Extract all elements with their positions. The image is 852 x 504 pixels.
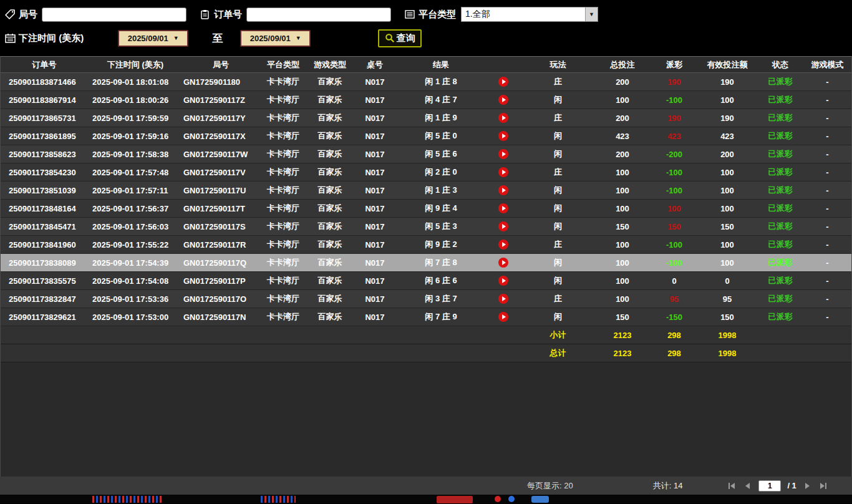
cell-order: 250901183867914 — [1, 95, 88, 105]
cell-total-bet: 200 — [594, 77, 651, 87]
platform-select[interactable]: 1.全部 ▼ — [461, 7, 598, 22]
status-badge: 已派彩 — [757, 275, 803, 286]
subtotal-valid-bet: 1998 — [697, 331, 757, 340]
play-video-button[interactable] — [498, 240, 508, 250]
cell-valid-bet: 100 — [697, 204, 757, 213]
cell-platform: 卡卡湾厅 — [259, 239, 307, 250]
play-icon — [502, 242, 506, 247]
play-video-button[interactable] — [498, 203, 508, 213]
cell-order: 250901173854230 — [1, 168, 88, 177]
cell-payout: 190 — [651, 114, 697, 123]
play-video-button[interactable] — [498, 113, 508, 123]
table-row[interactable]: 250901173854230 2025-09-01 17:57:48 GN01… — [1, 163, 851, 182]
col-header-status: 状态 — [757, 59, 803, 70]
cell-time: 2025-09-01 17:59:16 — [88, 132, 183, 141]
round-input[interactable] — [42, 7, 186, 22]
cell-bet-type: 闲 — [522, 275, 594, 286]
subtotal-row: 小计 2123 298 1998 — [1, 326, 851, 344]
table-row[interactable]: 250901173835575 2025-09-01 17:54:08 GN01… — [1, 272, 851, 290]
cell-payout: -100 — [651, 258, 697, 268]
play-video-button[interactable] — [498, 95, 508, 105]
cell-game: 百家乐 — [307, 94, 352, 105]
cell-payout: -100 — [651, 95, 697, 105]
table-row[interactable]: 250901173858623 2025-09-01 17:58:38 GN01… — [1, 145, 851, 163]
play-video-button[interactable] — [498, 258, 508, 268]
cell-valid-bet: 190 — [697, 77, 757, 87]
table-row[interactable]: 250901173848164 2025-09-01 17:56:37 GN01… — [1, 200, 851, 218]
cell-video — [485, 77, 522, 87]
orders-table: 订单号 下注时间 (美东) 局号 平台类型 游戏类型 桌号 结果 玩法 总投注 … — [0, 56, 852, 477]
play-video-button[interactable] — [498, 221, 508, 231]
table-row[interactable]: 250901173851039 2025-09-01 17:57:11 GN01… — [1, 182, 851, 200]
play-icon — [502, 188, 506, 193]
banker-road-fragment — [437, 496, 473, 503]
date-to-picker[interactable]: 2025/09/01 ▼ — [240, 30, 311, 47]
cell-result: 闲 9 庄 2 — [397, 239, 485, 250]
roadmap-fragment — [261, 496, 296, 503]
play-icon — [502, 97, 506, 102]
cell-mode: - — [803, 186, 851, 195]
cell-valid-bet: 150 — [697, 222, 757, 231]
play-video-button[interactable] — [498, 149, 508, 159]
roadmap-fragment — [92, 496, 162, 503]
cell-mode: - — [803, 150, 851, 159]
subtotal-total-bet: 2123 — [594, 331, 651, 340]
table-row[interactable]: 250901173832847 2025-09-01 17:53:36 GN01… — [1, 290, 851, 308]
table-row[interactable]: 250901173845471 2025-09-01 17:56:03 GN01… — [1, 218, 851, 236]
cell-platform: 卡卡湾厅 — [259, 221, 307, 232]
table-header: 订单号 下注时间 (美东) 局号 平台类型 游戏类型 桌号 结果 玩法 总投注 … — [1, 56, 851, 73]
cell-platform: 卡卡湾厅 — [259, 167, 307, 178]
search-button-label: 查询 — [397, 32, 415, 44]
prev-page-button[interactable] — [743, 482, 752, 490]
date-to-value: 2025/09/01 — [250, 34, 291, 43]
col-header-round: 局号 — [183, 59, 259, 70]
cell-table: N017 — [352, 95, 397, 105]
table-row[interactable]: 250901173865731 2025-09-01 17:59:59 GN01… — [1, 109, 851, 127]
play-video-button[interactable] — [498, 294, 508, 304]
table-row[interactable]: 250901183871466 2025-09-01 18:01:08 GN17… — [1, 73, 851, 91]
table-row[interactable]: 250901173841960 2025-09-01 17:55:22 GN01… — [1, 236, 851, 254]
next-page-button[interactable] — [803, 482, 812, 490]
cell-total-bet: 100 — [594, 204, 651, 213]
cell-round: GN0172590117N — [183, 313, 259, 322]
cell-time: 2025-09-01 17:56:37 — [88, 204, 183, 213]
play-video-button[interactable] — [498, 167, 508, 177]
play-video-button[interactable] — [498, 131, 508, 141]
cell-mode: - — [803, 222, 851, 231]
search-button[interactable]: 查询 — [378, 29, 422, 47]
cell-valid-bet: 95 — [697, 294, 757, 304]
cell-mode: - — [803, 114, 851, 123]
cell-valid-bet: 150 — [697, 313, 757, 322]
cell-total-bet: 150 — [594, 222, 651, 231]
cell-total-bet: 200 — [594, 114, 651, 123]
cell-game: 百家乐 — [307, 275, 352, 286]
status-badge: 已派彩 — [757, 148, 803, 160]
table-row[interactable]: 250901173838089 2025-09-01 17:54:39 GN01… — [1, 254, 851, 272]
page-number-input[interactable] — [758, 480, 781, 492]
play-video-button[interactable] — [498, 312, 508, 322]
table-row[interactable]: 250901173829621 2025-09-01 17:53:00 GN01… — [1, 308, 851, 326]
play-video-button[interactable] — [498, 185, 508, 195]
cell-order: 250901173851039 — [1, 186, 88, 195]
table-row[interactable]: 250901183867914 2025-09-01 18:00:26 GN01… — [1, 91, 851, 109]
cell-table: N017 — [352, 258, 397, 268]
cell-game: 百家乐 — [307, 76, 352, 87]
table-row[interactable]: 250901173861895 2025-09-01 17:59:16 GN01… — [1, 127, 851, 145]
cell-order: 250901183871466 — [1, 77, 88, 87]
play-video-button[interactable] — [498, 77, 508, 87]
total-payout: 298 — [651, 349, 697, 358]
order-input[interactable] — [246, 7, 391, 22]
play-icon — [502, 115, 506, 120]
first-page-button[interactable] — [727, 482, 737, 490]
cell-result: 闲 1 庄 9 — [397, 112, 485, 124]
cell-game: 百家乐 — [307, 203, 352, 214]
play-video-button[interactable] — [498, 276, 508, 286]
cell-bet-type: 庄 — [522, 112, 594, 124]
date-from-picker[interactable]: 2025/09/01 ▼ — [118, 30, 188, 47]
cell-time: 2025-09-01 17:56:03 — [88, 222, 183, 231]
last-page-button[interactable] — [818, 482, 828, 490]
cell-result: 闲 5 庄 0 — [397, 130, 485, 142]
cell-video — [485, 185, 522, 195]
cell-round: GN0172590117Y — [183, 114, 259, 123]
cell-time: 2025-09-01 17:54:08 — [88, 276, 183, 286]
